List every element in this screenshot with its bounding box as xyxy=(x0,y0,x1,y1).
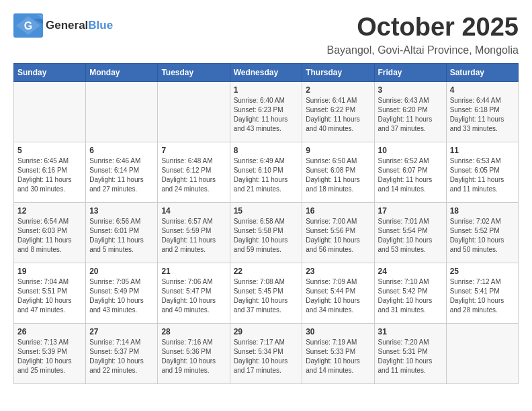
calendar-cell: 24Sunrise: 7:10 AM Sunset: 5:42 PM Dayli… xyxy=(374,263,446,323)
calendar-cell: 8Sunrise: 6:49 AM Sunset: 6:10 PM Daylig… xyxy=(230,142,302,202)
day-number: 6 xyxy=(89,146,154,155)
day-number: 29 xyxy=(234,327,299,336)
day-info: Sunrise: 6:41 AM Sunset: 6:22 PM Dayligh… xyxy=(306,96,370,134)
day-info: Sunrise: 6:56 AM Sunset: 6:01 PM Dayligh… xyxy=(89,217,154,255)
day-of-week-header: Saturday xyxy=(446,63,518,81)
logo: G General Blue xyxy=(13,13,113,38)
day-info: Sunrise: 6:49 AM Sunset: 6:10 PM Dayligh… xyxy=(234,156,299,194)
calendar-cell: 9Sunrise: 6:50 AM Sunset: 6:08 PM Daylig… xyxy=(302,142,374,202)
calendar-cell: 20Sunrise: 7:05 AM Sunset: 5:49 PM Dayli… xyxy=(86,263,158,323)
calendar-week-row: 12Sunrise: 6:54 AM Sunset: 6:03 PM Dayli… xyxy=(14,202,519,263)
day-number: 13 xyxy=(89,206,154,216)
calendar-cell: 11Sunrise: 6:53 AM Sunset: 6:05 PM Dayli… xyxy=(446,142,518,202)
day-info: Sunrise: 7:16 AM Sunset: 5:36 PM Dayligh… xyxy=(161,338,226,375)
day-info: Sunrise: 7:05 AM Sunset: 5:49 PM Dayligh… xyxy=(89,277,154,315)
day-number: 12 xyxy=(17,206,82,216)
day-info: Sunrise: 7:02 AM Sunset: 5:52 PM Dayligh… xyxy=(450,217,515,255)
day-number: 25 xyxy=(450,267,515,276)
day-number: 21 xyxy=(161,267,226,276)
day-info: Sunrise: 6:43 AM Sunset: 6:20 PM Dayligh… xyxy=(378,96,443,134)
day-number: 24 xyxy=(378,267,443,276)
page-header: G General Blue October 2025 Bayangol, Go… xyxy=(13,13,519,56)
calendar-cell: 14Sunrise: 6:57 AM Sunset: 5:59 PM Dayli… xyxy=(158,202,230,263)
day-of-week-header: Monday xyxy=(86,63,158,81)
day-number: 4 xyxy=(450,85,515,95)
day-number: 27 xyxy=(89,327,154,336)
calendar-cell xyxy=(158,81,230,142)
day-info: Sunrise: 6:44 AM Sunset: 6:18 PM Dayligh… xyxy=(450,96,515,134)
calendar-week-row: 5Sunrise: 6:45 AM Sunset: 6:16 PM Daylig… xyxy=(14,142,519,202)
calendar-cell: 25Sunrise: 7:12 AM Sunset: 5:41 PM Dayli… xyxy=(446,263,518,323)
day-info: Sunrise: 7:10 AM Sunset: 5:42 PM Dayligh… xyxy=(378,277,443,315)
logo-blue-text: Blue xyxy=(88,19,113,32)
day-info: Sunrise: 6:54 AM Sunset: 6:03 PM Dayligh… xyxy=(17,217,82,255)
day-number: 5 xyxy=(17,146,82,155)
day-info: Sunrise: 7:17 AM Sunset: 5:34 PM Dayligh… xyxy=(234,338,299,375)
calendar-cell: 30Sunrise: 7:19 AM Sunset: 5:33 PM Dayli… xyxy=(302,323,374,383)
day-info: Sunrise: 7:12 AM Sunset: 5:41 PM Dayligh… xyxy=(450,277,515,315)
calendar-week-row: 1Sunrise: 6:40 AM Sunset: 6:23 PM Daylig… xyxy=(14,81,519,142)
calendar-cell: 5Sunrise: 6:45 AM Sunset: 6:16 PM Daylig… xyxy=(14,142,86,202)
day-number: 11 xyxy=(450,146,515,155)
day-number: 16 xyxy=(306,206,370,216)
svg-text:G: G xyxy=(24,20,32,32)
day-of-week-header: Sunday xyxy=(14,63,86,81)
calendar-cell: 23Sunrise: 7:09 AM Sunset: 5:44 PM Dayli… xyxy=(302,263,374,323)
day-number: 23 xyxy=(306,267,370,276)
day-info: Sunrise: 7:01 AM Sunset: 5:54 PM Dayligh… xyxy=(378,217,443,255)
day-info: Sunrise: 7:14 AM Sunset: 5:37 PM Dayligh… xyxy=(89,338,154,375)
day-number: 3 xyxy=(378,85,443,95)
calendar-cell: 4Sunrise: 6:44 AM Sunset: 6:18 PM Daylig… xyxy=(446,81,518,142)
calendar-cell: 6Sunrise: 6:46 AM Sunset: 6:14 PM Daylig… xyxy=(86,142,158,202)
logo-general-text: General xyxy=(46,19,88,32)
calendar-header-row: SundayMondayTuesdayWednesdayThursdayFrid… xyxy=(14,63,519,81)
logo-icon: G xyxy=(13,13,43,38)
calendar-cell: 27Sunrise: 7:14 AM Sunset: 5:37 PM Dayli… xyxy=(86,323,158,383)
calendar-cell: 22Sunrise: 7:08 AM Sunset: 5:45 PM Dayli… xyxy=(230,263,302,323)
day-number: 9 xyxy=(306,146,370,155)
day-info: Sunrise: 7:00 AM Sunset: 5:56 PM Dayligh… xyxy=(306,217,370,255)
day-number: 17 xyxy=(378,206,443,216)
calendar-cell xyxy=(14,81,86,142)
day-info: Sunrise: 7:06 AM Sunset: 5:47 PM Dayligh… xyxy=(161,277,226,315)
day-info: Sunrise: 7:13 AM Sunset: 5:39 PM Dayligh… xyxy=(17,338,82,375)
day-info: Sunrise: 6:58 AM Sunset: 5:58 PM Dayligh… xyxy=(234,217,299,255)
calendar-week-row: 26Sunrise: 7:13 AM Sunset: 5:39 PM Dayli… xyxy=(14,323,519,383)
day-of-week-header: Friday xyxy=(374,63,446,81)
day-number: 19 xyxy=(17,267,82,276)
day-info: Sunrise: 6:57 AM Sunset: 5:59 PM Dayligh… xyxy=(161,217,226,255)
day-number: 2 xyxy=(306,85,370,95)
calendar-title-group: October 2025 Bayangol, Govi-Altai Provin… xyxy=(327,13,519,56)
calendar-cell: 13Sunrise: 6:56 AM Sunset: 6:01 PM Dayli… xyxy=(86,202,158,263)
calendar-cell: 2Sunrise: 6:41 AM Sunset: 6:22 PM Daylig… xyxy=(302,81,374,142)
calendar-cell: 15Sunrise: 6:58 AM Sunset: 5:58 PM Dayli… xyxy=(230,202,302,263)
calendar-table: SundayMondayTuesdayWednesdayThursdayFrid… xyxy=(13,63,519,384)
day-number: 8 xyxy=(234,146,299,155)
day-info: Sunrise: 7:08 AM Sunset: 5:45 PM Dayligh… xyxy=(234,277,299,315)
day-info: Sunrise: 6:45 AM Sunset: 6:16 PM Dayligh… xyxy=(17,156,82,194)
day-info: Sunrise: 6:48 AM Sunset: 6:12 PM Dayligh… xyxy=(161,156,226,194)
calendar-cell: 18Sunrise: 7:02 AM Sunset: 5:52 PM Dayli… xyxy=(446,202,518,263)
day-number: 10 xyxy=(378,146,443,155)
day-of-week-header: Wednesday xyxy=(230,63,302,81)
calendar-cell: 3Sunrise: 6:43 AM Sunset: 6:20 PM Daylig… xyxy=(374,81,446,142)
calendar-cell: 7Sunrise: 6:48 AM Sunset: 6:12 PM Daylig… xyxy=(158,142,230,202)
day-number: 22 xyxy=(234,267,299,276)
day-number: 15 xyxy=(234,206,299,216)
calendar-cell: 12Sunrise: 6:54 AM Sunset: 6:03 PM Dayli… xyxy=(14,202,86,263)
day-info: Sunrise: 6:40 AM Sunset: 6:23 PM Dayligh… xyxy=(234,96,299,134)
calendar-cell: 31Sunrise: 7:20 AM Sunset: 5:31 PM Dayli… xyxy=(374,323,446,383)
calendar-cell: 16Sunrise: 7:00 AM Sunset: 5:56 PM Dayli… xyxy=(302,202,374,263)
calendar-week-row: 19Sunrise: 7:04 AM Sunset: 5:51 PM Dayli… xyxy=(14,263,519,323)
day-number: 7 xyxy=(161,146,226,155)
calendar-cell: 17Sunrise: 7:01 AM Sunset: 5:54 PM Dayli… xyxy=(374,202,446,263)
day-info: Sunrise: 6:52 AM Sunset: 6:07 PM Dayligh… xyxy=(378,156,443,194)
location-title: Bayangol, Govi-Altai Province, Mongolia xyxy=(327,44,519,56)
calendar-cell: 26Sunrise: 7:13 AM Sunset: 5:39 PM Dayli… xyxy=(14,323,86,383)
day-number: 20 xyxy=(89,267,154,276)
day-number: 30 xyxy=(306,327,370,336)
calendar-cell xyxy=(446,323,518,383)
calendar-cell: 19Sunrise: 7:04 AM Sunset: 5:51 PM Dayli… xyxy=(14,263,86,323)
day-number: 18 xyxy=(450,206,515,216)
day-number: 1 xyxy=(234,85,299,95)
